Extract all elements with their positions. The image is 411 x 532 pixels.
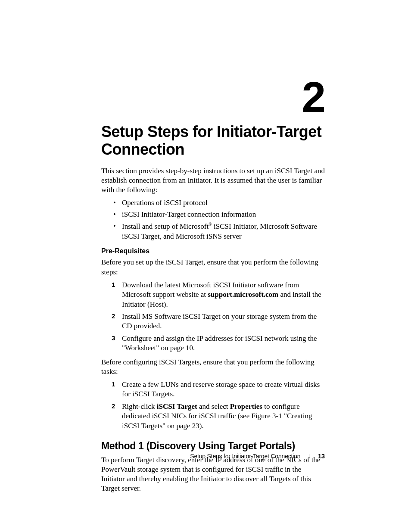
link-text: support.microsoft.com (208, 290, 278, 299)
list-item: Configure and assign the IP addresses fo… (122, 334, 325, 353)
prerequisites-heading: Pre-Requisites (101, 247, 325, 255)
content-area: Setup Steps for Initiator-Target Connect… (101, 123, 325, 497)
list-item: Operations of iSCSI protocol (122, 198, 325, 208)
list-item: Download the latest Microsoft iSCSI Init… (122, 280, 325, 309)
registered-symbol: ® (209, 222, 212, 227)
footer-label: Setup Steps for Initiator-Target Connect… (190, 453, 300, 460)
method1-body: To perform Target discovery, enter the I… (101, 455, 325, 493)
text: and select (197, 402, 230, 411)
ui-term: iSCSI Target (157, 402, 197, 411)
tasks-steps-list: Create a few LUNs and reserve storage sp… (101, 380, 325, 431)
intro-bullet-list: Operations of iSCSI protocol iSCSI Initi… (101, 198, 325, 241)
chapter-number: 2 (302, 75, 325, 118)
footer-separator (309, 454, 309, 459)
list-item: Create a few LUNs and reserve storage sp… (122, 380, 325, 399)
text: Install and setup of Microsoft (122, 222, 209, 230)
list-item: Install and setup of Microsoft® iSCSI In… (122, 221, 325, 242)
list-item: Install MS Software iSCSI Target on your… (122, 312, 325, 331)
ui-term: Properties (230, 402, 262, 411)
prereq-intro: Before you set up the iSCSI Target, ensu… (101, 258, 325, 277)
list-item: iSCSI Initiator-Target connection inform… (122, 210, 325, 220)
page: 2 Setup Steps for Initiator-Target Conne… (0, 0, 411, 532)
method1-heading: Method 1 (Discovery Using Target Portals… (101, 440, 325, 452)
text: Right-click (122, 402, 157, 411)
list-item: Right-click iSCSI Target and select Prop… (122, 402, 325, 431)
prereq-steps-list: Download the latest Microsoft iSCSI Init… (101, 280, 325, 353)
chapter-title: Setup Steps for Initiator-Target Connect… (101, 123, 325, 159)
between-paragraph: Before configuring iSCSI Targets, ensure… (101, 358, 325, 376)
intro-paragraph: This section provides step-by-step instr… (101, 166, 325, 195)
page-number: 13 (318, 452, 325, 460)
page-footer: Setup Steps for Initiator-Target Connect… (190, 452, 325, 460)
